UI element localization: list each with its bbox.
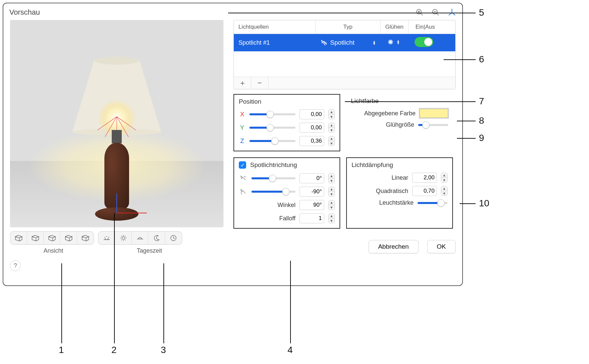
- zoom-out-icon[interactable]: [432, 8, 440, 16]
- table-row[interactable]: Spotlicht #1 Spotlicht ▲▼: [234, 34, 455, 51]
- luminance-slider[interactable]: [418, 202, 448, 204]
- x-axis-label: X: [239, 111, 245, 118]
- falloff-stepper[interactable]: ▲▼: [328, 213, 335, 223]
- cancel-button[interactable]: Abbrechen: [369, 240, 419, 253]
- z-axis-label: Z: [239, 137, 245, 145]
- position-panel: Position X ▲▼ Y ▲▼: [233, 94, 340, 151]
- sunrise-button[interactable]: [98, 232, 115, 244]
- annotation-8: 8: [479, 115, 484, 126]
- y-axis-label: Y: [239, 124, 245, 131]
- spotlight-direction-title: Spotlichtrichtung: [250, 161, 297, 169]
- svg-point-10: [122, 237, 125, 239]
- light-color-panel: Lichtfarbe Abgegebene Farbe Glühgröße: [346, 94, 453, 151]
- chevron-updown-icon: ▲▼: [397, 40, 400, 44]
- view-segment: [10, 231, 94, 245]
- attenuation-title: Lichtdämpfung: [352, 161, 448, 169]
- view-top-button[interactable]: [60, 232, 77, 244]
- preview-viewport[interactable]: [10, 20, 223, 227]
- light-attenuation-panel: Lichtdämpfung Linear ▲▼ Quadratisch ▲▼: [346, 157, 453, 229]
- z-axis-gizmo: [116, 193, 117, 213]
- annotation-10: 10: [479, 198, 489, 209]
- z-position-stepper[interactable]: ▲▼: [328, 136, 335, 146]
- quadratic-field[interactable]: [412, 186, 437, 196]
- annotation-3: 3: [161, 345, 166, 355]
- ok-button[interactable]: OK: [427, 240, 456, 253]
- noon-button[interactable]: [115, 232, 132, 244]
- column-header-type[interactable]: Typ: [316, 20, 381, 34]
- y-position-slider[interactable]: [249, 127, 296, 129]
- add-light-button[interactable]: ＋: [234, 77, 251, 89]
- column-header-name[interactable]: Lichtquellen: [234, 20, 316, 34]
- rotation-horizontal-stepper[interactable]: ▲▼: [328, 173, 335, 183]
- glow-size-label: Glühgröße: [351, 121, 414, 128]
- x-axis-gizmo: [117, 213, 147, 213]
- annotation-7: 7: [479, 96, 484, 107]
- sunset-button[interactable]: [132, 232, 148, 244]
- night-button[interactable]: [148, 232, 165, 244]
- timeofday-segment: [98, 231, 182, 245]
- angle-label: Winkel: [239, 202, 296, 209]
- y-position-stepper[interactable]: ▲▼: [328, 123, 335, 133]
- annotation-2: 2: [111, 345, 117, 355]
- angle-stepper[interactable]: ▲▼: [328, 200, 335, 210]
- z-position-field[interactable]: [300, 136, 324, 146]
- light-color-title: Lichtfarbe: [351, 97, 448, 105]
- linear-stepper[interactable]: ▲▼: [441, 173, 448, 183]
- luminance-label: Leuchtstärke: [352, 199, 414, 206]
- x-position-stepper[interactable]: ▲▼: [328, 109, 335, 119]
- axes-icon[interactable]: [448, 8, 456, 17]
- custom-time-button[interactable]: [165, 232, 182, 244]
- column-header-glow[interactable]: Glühen: [381, 20, 409, 34]
- spotlight-icon: [320, 39, 328, 46]
- zoom-in-icon[interactable]: [416, 8, 424, 16]
- linear-field[interactable]: [412, 173, 437, 183]
- view-side-button[interactable]: [44, 232, 60, 244]
- glow-style-select[interactable]: ▲▼: [388, 39, 400, 45]
- annotation-1: 1: [59, 345, 64, 355]
- annotation-5: 5: [479, 7, 484, 18]
- rotation-horizontal-field[interactable]: [300, 173, 324, 183]
- rotation-vertical-icon: [239, 188, 247, 196]
- view-front-button[interactable]: [27, 232, 44, 244]
- annotation-4: 4: [287, 345, 293, 355]
- dialog-window: Vorschau: [3, 3, 463, 286]
- falloff-label: Falloff: [239, 215, 296, 222]
- light-name-cell[interactable]: Spotlicht #1: [234, 39, 316, 46]
- help-button[interactable]: ?: [10, 260, 21, 271]
- column-header-on[interactable]: Ein|Aus: [409, 20, 442, 34]
- glow-preview-icon: [388, 39, 393, 45]
- window-title: Vorschau: [9, 8, 40, 17]
- rotation-horizontal-slider[interactable]: [251, 177, 296, 179]
- remove-light-button[interactable]: −: [251, 77, 268, 89]
- light-sources-table: Lichtquellen Typ Glühen Ein|Aus Spotlich…: [233, 20, 456, 89]
- titlebar: Vorschau: [3, 3, 462, 20]
- view-persp-button[interactable]: [10, 232, 27, 244]
- rotation-vertical-slider[interactable]: [251, 191, 296, 193]
- svg-line-5: [437, 13, 439, 15]
- position-title: Position: [239, 98, 335, 105]
- light-type-select[interactable]: Spotlicht ▲▼: [320, 39, 376, 46]
- chevron-updown-icon: ▲▼: [373, 40, 376, 45]
- rotation-vertical-stepper[interactable]: ▲▼: [328, 187, 335, 197]
- emitted-color-swatch[interactable]: [420, 109, 448, 118]
- view-iso-button[interactable]: [77, 232, 94, 244]
- quadratic-stepper[interactable]: ▲▼: [441, 186, 448, 196]
- spotlight-direction-panel: ✓ Spotlichtrichtung ▲▼: [233, 157, 340, 229]
- svg-line-1: [421, 13, 423, 15]
- spotlight-direction-checkbox[interactable]: ✓: [239, 161, 246, 169]
- timeofday-segment-label: Tageszeit: [106, 247, 193, 254]
- light-enabled-toggle[interactable]: [415, 37, 433, 47]
- y-position-field[interactable]: [300, 123, 324, 133]
- z-position-slider[interactable]: [249, 140, 296, 142]
- x-position-slider[interactable]: [249, 113, 296, 115]
- angle-field[interactable]: [300, 200, 324, 210]
- annotation-9: 9: [479, 133, 484, 143]
- falloff-field[interactable]: [300, 213, 324, 223]
- x-position-field[interactable]: [300, 109, 324, 119]
- quadratic-label: Quadratisch: [352, 188, 408, 195]
- annotation-6: 6: [479, 54, 484, 65]
- rotation-vertical-field[interactable]: [300, 187, 324, 197]
- view-segment-label: Ansicht: [10, 247, 97, 254]
- glow-size-slider[interactable]: [418, 124, 448, 126]
- rotation-horizontal-icon: [239, 174, 247, 182]
